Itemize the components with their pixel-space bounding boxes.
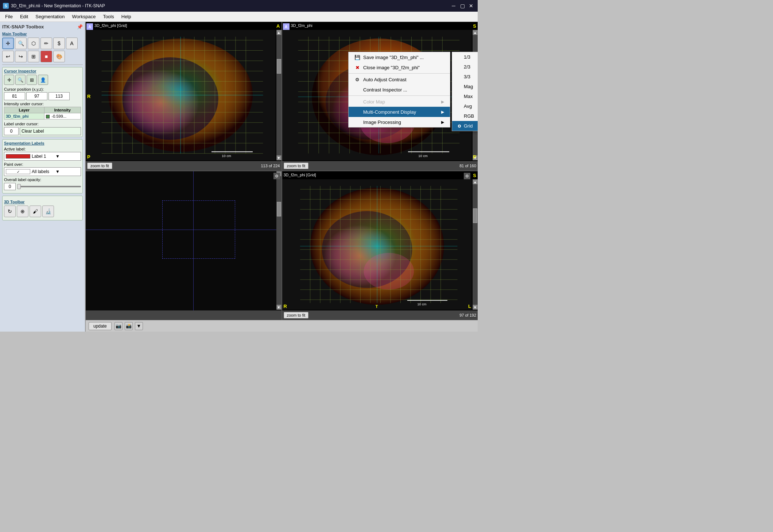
close-button[interactable]: ✕	[467, 2, 475, 9]
sub-item-3-3[interactable]: 3/3	[452, 72, 478, 82]
ci-cursor-btn[interactable]: ✛	[4, 75, 14, 85]
auto-contrast-icon: ⚙	[354, 77, 360, 82]
label-under-cursor-label: Label under cursor:	[4, 122, 81, 126]
polygon-tool-btn[interactable]: ⬡	[28, 38, 39, 49]
sub-label-2-3: 2/3	[464, 64, 470, 70]
save-icon: 💾	[354, 54, 360, 60]
sub-item-max[interactable]: Max	[452, 91, 478, 101]
paint-over-row: Paint over: ✓ All labels ▼	[4, 162, 81, 176]
scroll-track-br[interactable]	[473, 184, 478, 305]
opacity-slider[interactable]	[17, 186, 81, 187]
menu-edit[interactable]: Edit	[16, 12, 32, 21]
ctx-contrast-inspector-item[interactable]: Contrast Inspector ...	[349, 85, 450, 95]
svg-point-69	[364, 253, 414, 290]
toolbar-3d: 3D Toolbar ↻ ⊕ 🖌 🔬	[2, 196, 83, 220]
sub-item-avg[interactable]: Avg	[452, 101, 478, 111]
redo-btn[interactable]: ↪	[15, 51, 27, 62]
minimize-button[interactable]: ─	[450, 2, 457, 9]
seg-btn[interactable]: ■	[40, 51, 52, 62]
sub-item-rgb[interactable]: RGB	[452, 111, 478, 121]
update-button[interactable]: update	[89, 322, 112, 330]
undo-btn[interactable]: ↩	[2, 51, 14, 62]
scrollbar-bl[interactable]: ▲ ▼	[276, 171, 281, 310]
pos-x-input[interactable]	[4, 92, 25, 100]
scroll-down-tl[interactable]: ▼	[276, 155, 281, 160]
scroll-down-bl[interactable]: ▼	[276, 305, 281, 310]
viewport-bottom-right[interactable]: 3D_f2m_phi [Grid] S R L ⚙	[282, 171, 478, 320]
slider-thumb[interactable]	[17, 184, 21, 189]
sub-dot-empty-6	[458, 105, 461, 108]
viewport-top-left[interactable]: A 3D_f2m_phi [Grid] A P R	[86, 22, 281, 171]
menu-help[interactable]: Help	[118, 12, 135, 21]
sub-item-2-3[interactable]: 2/3	[452, 62, 478, 72]
label-id-input[interactable]	[4, 127, 19, 135]
pos-z-input[interactable]	[48, 92, 70, 100]
scrollbar-br[interactable]: ▲ ▼	[473, 179, 478, 310]
ctx-divider2	[349, 95, 450, 96]
sub-item-1-3[interactable]: 1/3	[452, 52, 478, 62]
scroll-up-tl[interactable]: ▲	[276, 30, 281, 35]
paint-over-select[interactable]: ✓ All labels ▼	[4, 167, 81, 176]
ctx-image-processing-item[interactable]: Image Processing ▶	[349, 117, 450, 127]
sub-label-mag: Mag	[464, 84, 473, 89]
viewport-bottom-left[interactable]: ⚙ ▲ ▼	[86, 171, 281, 320]
opacity-control-row	[4, 183, 81, 190]
screenshot-icon[interactable]: 📷	[114, 322, 123, 330]
viewport-settings-br[interactable]: ⚙	[464, 173, 470, 179]
ci-person-btn[interactable]: 👤	[38, 75, 48, 85]
menu-file[interactable]: File	[1, 12, 16, 21]
scroll-up-tr[interactable]: ▲	[473, 30, 478, 35]
cursor-tool-btn[interactable]: ✛	[2, 38, 14, 49]
3d-crosshair-btn[interactable]: ⊕	[17, 206, 28, 217]
viewport-settings-bl[interactable]: ⚙	[273, 173, 280, 179]
pos-y-input[interactable]	[26, 92, 47, 100]
scroll-thumb-tl[interactable]	[277, 59, 281, 74]
menu-tools[interactable]: Tools	[99, 12, 117, 21]
3d-rotate-btn[interactable]: ↻	[4, 206, 16, 217]
paint-over-checkbox[interactable]: ✓	[6, 169, 30, 174]
camera-icon[interactable]: 📸	[125, 322, 133, 330]
scrollbar-tl[interactable]: ▲ ▼	[276, 30, 281, 160]
scroll-up-br[interactable]: ▲	[473, 179, 478, 184]
colorwheel-btn[interactable]: 🎨	[53, 51, 65, 62]
scroll-thumb-bl[interactable]	[277, 202, 281, 216]
ctx-auto-contrast-item[interactable]: ⚙ Auto Adjust Contrast	[349, 74, 450, 85]
scroll-thumb-br[interactable]	[473, 208, 477, 223]
label-name-input[interactable]	[20, 127, 81, 135]
sub-item-grid[interactable]: Grid	[452, 121, 478, 131]
scroll-down-br[interactable]: ▼	[473, 305, 478, 310]
scroll-track-tl[interactable]	[276, 35, 281, 155]
zoom-to-fit-btn-tr[interactable]: zoom to fit	[284, 163, 309, 169]
menu-workspace[interactable]: Workspace	[69, 12, 100, 21]
image-processing-icon	[354, 119, 360, 125]
ctx-save-item[interactable]: 💾 Save image "3D_f2m_phi" ...	[349, 52, 450, 62]
zoom-tool-btn[interactable]: 🔍	[15, 38, 27, 49]
active-label-select[interactable]: Label 1 ▼	[4, 152, 81, 161]
scroll-track-bl[interactable]	[276, 176, 281, 305]
bottom-bar-bl	[86, 310, 281, 320]
3d-paint-btn[interactable]: 🖌	[30, 206, 41, 217]
viewport-corner-l-br: L	[468, 304, 471, 309]
intensity-label: Intensity under cursor:	[4, 102, 81, 106]
more-icon[interactable]: ▼	[135, 322, 143, 330]
ctx-close-label: Close image "3D_f2m_phi"	[363, 65, 420, 70]
ci-zoom-btn[interactable]: 🔍	[15, 75, 26, 85]
all-labels-text: All labels	[32, 169, 55, 174]
ci-grid-btn[interactable]: ⊞	[27, 75, 37, 85]
maximize-button[interactable]: ▢	[459, 2, 466, 9]
freehand-tool-btn[interactable]: $	[53, 38, 65, 49]
text-tool-btn[interactable]: A	[66, 38, 78, 49]
opacity-value-input[interactable]	[4, 183, 16, 190]
paint-tool-btn[interactable]: ✏	[40, 38, 52, 49]
menu-segmentation[interactable]: Segmentation	[32, 12, 68, 21]
3d-probe-btn[interactable]: 🔬	[42, 206, 54, 217]
toolbox-pin-icon[interactable]: 📌	[77, 24, 83, 30]
multi-component-icon	[354, 109, 360, 115]
zoom-to-fit-btn-br[interactable]: zoom to fit	[284, 312, 309, 318]
layers-btn[interactable]: ⊞	[28, 51, 39, 62]
ctx-close-item[interactable]: ✖ Close image "3D_f2m_phi"	[349, 62, 450, 73]
zoom-to-fit-btn-tl[interactable]: zoom to fit	[87, 163, 112, 169]
sub-item-mag[interactable]: Mag	[452, 82, 478, 91]
ctx-multi-component-item[interactable]: Multi-Component Display ▶	[349, 107, 450, 117]
label-row	[4, 127, 81, 135]
